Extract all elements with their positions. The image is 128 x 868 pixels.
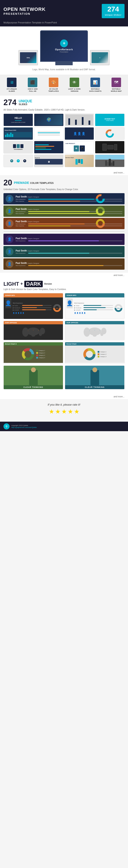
svg-point-27 [38,330,39,331]
svg-point-11 [98,222,102,225]
profile-name-6: Paul Smith Graphic Designer [15,262,122,264]
profile-name-5: Paul Smith Graphic Designer [15,250,122,252]
monitor-small-left: 70% [19,50,38,65]
premade-description: Unlimited Color Options, 20 Premade Colo… [3,188,125,191]
premade-number: 20 [3,178,12,187]
unique-slides-icon: 🖥 [7,78,17,87]
donut-card-header-green: Donut Chart 3 [4,342,63,346]
slide-thumb-divider: DIVIDER TEXT GOES HERE [95,114,125,126]
light-dark-section: LIGHT + DARK Version Light & Dark Versio… [0,278,128,394]
ld-card-light: DONOR INFO 👤 Work Experience ▶ Twitter ▶… [65,293,125,319]
ld-card-body-dark: 👤 Work Experience ▶ Twitter ▶ Facebook [4,298,63,319]
ld-preview-cards: DONOR INFO 👤 Work Experience ▶ Twitter ▶… [3,293,125,319]
svg-point-24 [31,334,35,337]
svg-point-33 [89,331,90,331]
slides-label-group: UNIQUE SLIDES [19,99,32,105]
svg-point-31 [100,332,103,336]
profile-info-6: Paul Smith Graphic Designer Work Experie… [15,262,122,266]
feature-unique-slides: 🖥 274 UNIQUESLIDES [3,78,21,93]
svg-point-25 [28,331,28,331]
subtitle-text: Multipurpose Presentation Template in Po… [3,21,125,24]
monitor-small-screen-right: ≡ [92,52,108,63]
slides-label-bot: SLIDES [19,103,32,105]
svg-point-2 [108,132,111,135]
donut-card-header-teal: Donut Chart [65,342,124,346]
slides-number: 274 [3,99,17,106]
badge-number: 274 [105,6,122,12]
ld-card-header-dark: DONOR INFO [4,293,63,298]
footer: Q copyright 2015 Qslide http://graphicri… [0,422,128,431]
profile-avatar-5: 👤 [6,248,13,256]
profile-info-5: Paul Smith Graphic Designer Work Experie… [15,250,122,254]
feature-label-4: LIGHT & DARKVERSION [66,88,83,93]
ld-light-label: LIGHT [3,281,19,287]
donut-card-body-green: Category 1 Category 2 Category 3 Categor… [4,346,63,363]
product-title: OPEN NETWORK [3,7,45,12]
product-subtitle: PRESENTATION [3,12,45,16]
slide-thumb-global: Global Reach 2013 [3,127,33,140]
monitor-logo: ⚙ [60,39,68,47]
star-4: ★ [68,408,73,415]
ld-card-stats-light: Work Experience ▶ Twitter ▶ Facebook ▶ L… [74,299,113,318]
ld-plus-label: + [21,281,23,286]
color-icon: 🎨 [49,78,58,87]
monitor-base [55,64,73,65]
profile-separator [3,231,125,232]
feature-label-6: EDITABLEWORLD MAP [107,88,125,93]
slide-count-badge: 274 Unique Slides! [102,4,125,18]
profile-card-2: 👤 Paul Smith Graphic Designer Work Exper… [3,206,125,217]
profile-card-4: 👤 Paul Smith Graphic Designer Work Exper… [3,234,125,245]
slides-description: All Slides Fully Animated, Easily Editab… [3,108,125,111]
feature-label-3: 20 COLORTEMPLATES [45,88,62,93]
slide-thumb-infographic [34,141,64,153]
monitor-main: ⚙ OpenNetwork Presentation [40,30,88,62]
star-2: ★ [55,408,61,415]
svg-point-44 [86,351,92,357]
ld-card-header-light: DONOR INFO [65,293,124,298]
donut-chart-cards: Donut Chart 3 Category 1 Category 2 [3,342,125,364]
star-5: ★ [74,408,79,415]
clear-card-img-teal [65,366,124,385]
ld-card-figure-dark: 👤 [5,299,12,318]
feature-world-map: 🗺 EDITABLEWORLD MAP [107,78,125,93]
svg-point-23 [39,332,42,336]
svg-point-34 [94,330,95,330]
feature-label-1: 274 UNIQUESLIDES [3,88,21,93]
donut-card-body-teal: Category 1 Category 2 Category 3 [65,346,124,363]
slide-thumb-woman: Service Chart [65,155,94,167]
ld-dark-label: DARK [24,281,43,287]
badge-label: Unique Slides! [105,14,122,16]
features-row: 🖥 274 UNIQUESLIDES ⬛ 1920 X 1080FULL HD … [0,74,128,96]
donut-card-teal: Donut Chart Category 1 Category 2 Catego… [65,342,125,364]
ld-card-figure-light: 👤 [67,299,73,318]
light-dark-icon: 👁 [70,78,79,87]
header: OPEN NETWORK PRESENTATION 274 Unique Sli… [0,0,128,21]
monitor-section: 70% ⚙ OpenNetwork Presentation ≡ Logo, W… [0,26,128,74]
world-card-orange: OUR OFFICES [3,321,63,340]
svg-text:50%: 50% [117,308,120,309]
world-card-header-orange: OUR OFFICES [4,321,63,324]
star-3: ★ [61,408,67,415]
profile-cards-list: 👤 Paul Smith Graphic Designer Work Exper… [3,193,125,270]
feature-label-2: 1920 X 1080FULL HD [24,88,41,93]
monitor-small-right: ≡ [90,50,109,65]
ld-description: Light & Dark Version for Each Color Temp… [3,288,125,290]
svg-point-8 [98,209,102,213]
slide-thumb-hello: HELLO Lorem ipsum dolor sit amet [3,114,33,126]
profile-avatar-6: 👤 [6,260,13,268]
slide-thumb-world: 🌍 [34,114,64,126]
slide-thumb-timeline [34,127,64,140]
ld-card-dark: DONOR INFO 👤 Work Experience ▶ Twitter ▶… [3,293,63,319]
slide-thumb-team [65,114,94,126]
footer-info: copyright 2015 Qslide http://graphicrive… [11,425,37,428]
profile-card-5: 👤 Paul Smith Graphic Designer Work Exper… [3,246,125,257]
clear-card-teal: CLEAR THINKING [65,366,125,389]
slide-thumb-product: OUR PRODUCT ⚙ 📱 [65,141,94,153]
monitor-note: Logo, World Map, Icons available in AI I… [3,68,125,71]
ld-card-body-light: 👤 Work Experience ▶ Twitter ▶ Facebook [65,298,124,319]
profile-card-3: 👤 Paul Smith Graphic Designer Work Exper… [3,218,125,229]
svg-text:50%: 50% [56,308,59,309]
feature-color: 🎨 20 COLORTEMPLATES [45,78,62,93]
world-card-body-teal [65,324,124,340]
profile-info-4: Paul Smith Graphic Designer Work Experie… [15,237,122,242]
